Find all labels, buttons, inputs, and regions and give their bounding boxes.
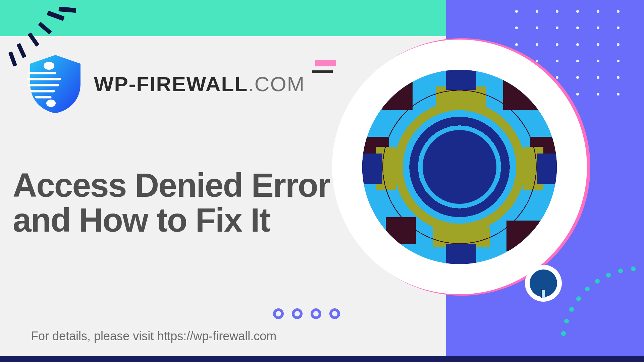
- slide-canvas: WP-FIREWALL.COM Access Denied Error and …: [0, 0, 644, 362]
- brand-wordmark: WP-FIREWALL.COM: [94, 72, 305, 96]
- ring-icon: [292, 308, 303, 319]
- target-abstract-icon: [362, 70, 557, 264]
- shield-icon: [27, 54, 84, 114]
- brand-name-suffix: .COM: [248, 72, 305, 96]
- brand-logo-block: WP-FIREWALL.COM: [27, 54, 305, 114]
- svg-point-5: [44, 62, 54, 70]
- headline-line-1: Access Denied Error: [13, 168, 382, 202]
- brand-name-bold: WP-FIREWALL: [94, 72, 248, 96]
- svg-point-6: [46, 100, 56, 107]
- ring-icon: [329, 308, 340, 319]
- mini-circle-decoration: [525, 265, 562, 302]
- slide-headline: Access Denied Error and How to Fix It: [13, 168, 382, 237]
- wordmark-overline: [312, 70, 333, 73]
- ring-icon: [273, 308, 284, 319]
- headline-line-2: and How to Fix It: [13, 202, 382, 237]
- bottom-accent-strip: [0, 356, 644, 362]
- ring-icon: [311, 308, 321, 319]
- hero-circle-graphic: [332, 40, 587, 294]
- ring-decoration-row: [273, 308, 340, 319]
- footer-text: For details, please visit https://wp-fir…: [31, 329, 276, 343]
